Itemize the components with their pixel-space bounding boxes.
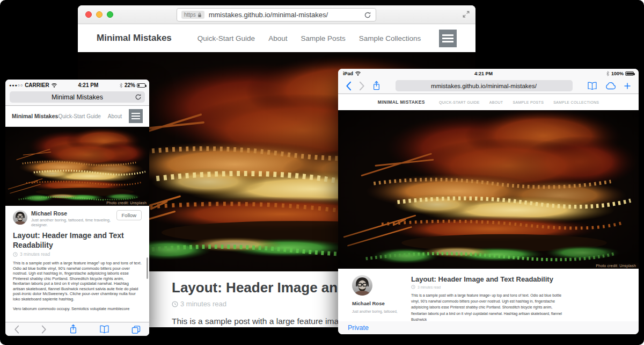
author-row: Michael Rose Just another boring, tattoo… bbox=[13, 210, 142, 227]
iphone-article-title: Layout: Header Image and Text Readabilit… bbox=[13, 231, 142, 250]
iphone-article-paragraph-2: Vero laborum commodo occupy. Semiotics v… bbox=[13, 306, 142, 312]
back-button[interactable] bbox=[14, 325, 19, 334]
battery-icon bbox=[137, 83, 145, 88]
carrier-label: CARRIER bbox=[25, 82, 49, 88]
desktop-url-text: mmistakes.github.io/minimal-mistakes/ bbox=[209, 11, 360, 19]
icloud-tabs-icon[interactable] bbox=[605, 82, 616, 90]
ipad-article-body: Layout: Header Image and Text Readabilit… bbox=[406, 275, 567, 321]
fullscreen-expand-icon[interactable] bbox=[462, 10, 470, 18]
signal-strength-icon: ●●●○○ bbox=[9, 83, 23, 87]
iphone-header-image: Photo credit: Unsplash bbox=[5, 127, 149, 206]
battery-icon bbox=[625, 71, 634, 76]
leaves-photo bbox=[338, 110, 639, 269]
iphone-safari-window: ●●●○○ CARRIER 4:21 PM 22% Minimal Mistak… bbox=[5, 80, 149, 336]
ipad-article-paragraph: This is a sample post with a large featu… bbox=[411, 292, 568, 321]
window-traffic-lights bbox=[85, 11, 113, 18]
nav-item-about[interactable]: About bbox=[268, 34, 287, 42]
bookmarks-icon[interactable] bbox=[587, 82, 597, 90]
avatar bbox=[13, 210, 27, 225]
clock-icon bbox=[13, 252, 18, 257]
nav-item-quick-start-guide[interactable]: Quick-Start Guide bbox=[197, 34, 255, 42]
nav-item-sample-posts[interactable]: Sample Posts bbox=[301, 34, 345, 42]
minimize-window-button[interactable] bbox=[96, 11, 103, 18]
lock-icon bbox=[197, 12, 202, 18]
site-brand-link[interactable]: MINIMAL MISTAKES bbox=[378, 99, 425, 105]
iphone-url-row: Minimal Mistakes bbox=[5, 91, 149, 106]
reload-icon[interactable] bbox=[364, 11, 371, 19]
composite-canvas: https mmistakes.github.io/minimal-mistak… bbox=[0, 0, 644, 345]
zoom-window-button[interactable] bbox=[107, 11, 113, 18]
iphone-site-nav: Minimal Mistakes Quick-Start Guide About bbox=[5, 106, 149, 127]
ipad-address-bar[interactable]: mmistakes.github.io/minimal-mistakes/ bbox=[396, 80, 573, 91]
close-window-button[interactable] bbox=[85, 11, 92, 18]
https-label: https bbox=[184, 12, 196, 18]
ipad-article-title: Layout: Header Image and Text Readabilit… bbox=[411, 275, 567, 283]
ipad-author-sidebar: Michael Rose Just another boring, tattoo… bbox=[352, 275, 406, 321]
wifi-icon bbox=[51, 83, 57, 88]
ipad-safari-window: iPad 4:21 PM 100% mmistakes.github.io/mi… bbox=[338, 69, 639, 334]
bluetooth-icon bbox=[119, 83, 123, 88]
ipad-article: Michael Rose Just another boring, tattoo… bbox=[338, 269, 639, 321]
nav-item-quick-start-guide[interactable]: Quick-Start Guide bbox=[58, 113, 100, 119]
author-name: Michael Rose bbox=[352, 300, 406, 306]
nav-item-about[interactable]: ABOUT bbox=[489, 100, 503, 104]
hamburger-menu-button[interactable] bbox=[129, 109, 143, 123]
ipad-device-label: iPad bbox=[343, 71, 353, 76]
clock-icon bbox=[172, 301, 178, 307]
reload-icon[interactable] bbox=[135, 94, 142, 100]
bookmarks-icon[interactable] bbox=[99, 325, 109, 333]
clock-icon bbox=[411, 285, 415, 289]
follow-button[interactable]: Follow bbox=[116, 210, 142, 220]
author-bio: Just another boring, tattooed, bbox=[352, 310, 406, 313]
ipad-battery-percent: 100% bbox=[611, 71, 624, 76]
private-browsing-bar[interactable]: Private bbox=[338, 321, 639, 334]
iphone-battery-percent: 22% bbox=[125, 82, 135, 88]
ipad-header-image: Photo credit: Unsplash bbox=[338, 110, 639, 269]
nav-item-sample-collections[interactable]: Sample Collections bbox=[359, 34, 421, 42]
site-brand-link[interactable]: Minimal Mistakes bbox=[97, 33, 172, 44]
nav-item-sample-collections[interactable]: SAMPLE COLLECTIONS bbox=[553, 100, 599, 104]
avatar bbox=[352, 275, 372, 296]
leaves-photo bbox=[5, 127, 149, 206]
photo-credit: Photo credit: Unsplash bbox=[104, 200, 149, 206]
ipad-read-time: 3 minutes read bbox=[411, 285, 567, 289]
iphone-status-bar: ●●●○○ CARRIER 4:21 PM 22% bbox=[5, 80, 149, 91]
iphone-status-time: 4:21 PM bbox=[78, 82, 98, 88]
tabs-icon[interactable] bbox=[131, 325, 141, 334]
ipad-status-bar: iPad 4:21 PM 100% bbox=[338, 69, 639, 78]
author-name: Michael Rose bbox=[31, 210, 113, 217]
forward-button[interactable] bbox=[359, 81, 365, 91]
iphone-address-bar[interactable]: Minimal Mistakes bbox=[10, 91, 145, 103]
back-button[interactable] bbox=[346, 81, 352, 91]
share-icon[interactable] bbox=[69, 324, 77, 334]
nav-item-quick-start-guide[interactable]: QUICK-START GUIDE bbox=[439, 100, 480, 104]
iphone-article-paragraph: This is a sample post with a large featu… bbox=[13, 261, 142, 301]
author-bio: Just another boring, tattooed, time trav… bbox=[31, 218, 113, 227]
nav-item-sample-posts[interactable]: SAMPLE POSTS bbox=[513, 100, 544, 104]
new-tab-icon[interactable] bbox=[624, 82, 631, 90]
site-brand-link[interactable]: Minimal Mistakes bbox=[12, 113, 58, 119]
https-badge: https bbox=[181, 11, 204, 19]
scrollbar-thumb[interactable] bbox=[147, 257, 148, 279]
iphone-safari-toolbar bbox=[5, 322, 149, 336]
desktop-address-bar[interactable]: https mmistakes.github.io/minimal-mistak… bbox=[177, 8, 376, 21]
nav-item-about[interactable]: About bbox=[108, 113, 122, 119]
hamburger-menu-button[interactable] bbox=[439, 30, 457, 47]
forward-button[interactable] bbox=[41, 325, 47, 334]
photo-credit: Photo credit: Unsplash bbox=[593, 263, 639, 269]
ipad-site-nav: MINIMAL MISTAKES QUICK-START GUIDE ABOUT… bbox=[338, 94, 639, 110]
desktop-site-nav: Minimal Mistakes Quick-Start Guide About… bbox=[78, 24, 475, 52]
share-icon[interactable] bbox=[372, 81, 380, 91]
wifi-icon bbox=[355, 71, 361, 76]
ipad-status-time: 4:21 PM bbox=[474, 71, 493, 76]
iphone-article: Michael Rose Just another boring, tattoo… bbox=[5, 206, 149, 322]
bluetooth-icon bbox=[606, 71, 610, 76]
desktop-browser-chrome: https mmistakes.github.io/minimal-mistak… bbox=[78, 5, 475, 24]
ipad-safari-toolbar: mmistakes.github.io/minimal-mistakes/ bbox=[338, 78, 639, 94]
iphone-read-time: 3 minutes read bbox=[13, 251, 142, 257]
